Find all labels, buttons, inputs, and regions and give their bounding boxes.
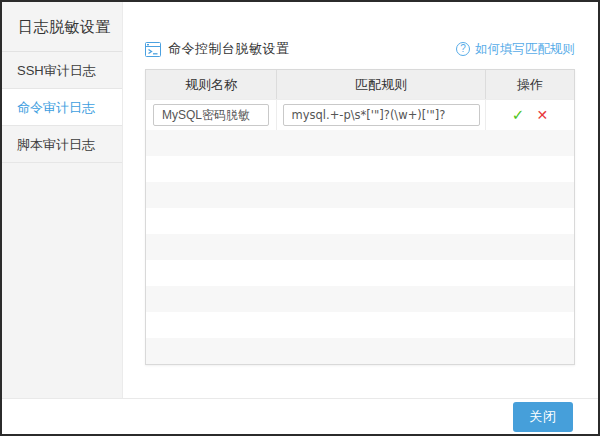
section-title: 命令控制台脱敏设置	[168, 40, 290, 58]
question-circle-icon: ?	[456, 42, 470, 56]
sidebar-item-command-audit-log[interactable]: 命令审计日志	[2, 89, 122, 126]
pattern-input[interactable]	[283, 104, 480, 126]
log-desensitization-dialog: 日志脱敏设置 SSH审计日志 命令审计日志 脚本审计日志 命令控制台脱敏设置	[0, 0, 600, 436]
table-empty-row	[146, 208, 574, 234]
section-header: 命令控制台脱敏设置 ? 如何填写匹配规则	[145, 40, 575, 58]
table-empty-row	[146, 338, 574, 364]
dialog-footer: 关闭	[2, 398, 598, 434]
table-row: ✓ ✕	[146, 99, 574, 130]
sidebar-item-script-audit-log[interactable]: 脚本审计日志	[2, 126, 122, 163]
table-header-row: 规则名称 匹配规则 操作	[146, 70, 574, 99]
table-empty-row	[146, 182, 574, 208]
table-empty-row	[146, 234, 574, 260]
rule-table: 规则名称 匹配规则 操作 ✓ ✕	[145, 69, 575, 365]
sidebar-title: 日志脱敏设置	[2, 2, 122, 52]
help-link-label: 如何填写匹配规则	[475, 41, 575, 58]
table-empty-row	[146, 156, 574, 182]
rule-name-input[interactable]	[153, 104, 269, 126]
console-window-icon	[145, 42, 161, 57]
table-empty-row	[146, 312, 574, 338]
column-header-pattern: 匹配规则	[277, 70, 486, 99]
confirm-icon[interactable]: ✓	[512, 106, 525, 124]
delete-icon[interactable]: ✕	[536, 107, 548, 123]
empty-rows	[146, 130, 574, 364]
main-panel: 命令控制台脱敏设置 ? 如何填写匹配规则 规则名称 匹配规则 操作	[123, 2, 598, 398]
sidebar-item-ssh-audit-log[interactable]: SSH审计日志	[2, 52, 122, 89]
close-button[interactable]: 关闭	[513, 402, 573, 432]
sidebar: 日志脱敏设置 SSH审计日志 命令审计日志 脚本审计日志	[2, 2, 123, 398]
help-link[interactable]: ? 如何填写匹配规则	[456, 41, 575, 58]
content-row: 日志脱敏设置 SSH审计日志 命令审计日志 脚本审计日志 命令控制台脱敏设置	[2, 2, 598, 398]
column-header-actions: 操作	[486, 70, 574, 99]
table-empty-row	[146, 286, 574, 312]
column-header-rule-name: 规则名称	[146, 70, 277, 99]
table-empty-row	[146, 130, 574, 156]
table-empty-row	[146, 260, 574, 286]
